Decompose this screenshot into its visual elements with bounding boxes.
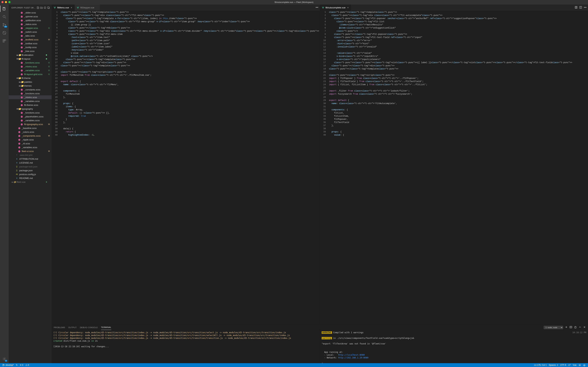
- collapse-all-icon[interactable]: [47, 6, 50, 9]
- editor-more-icon[interactable]: [316, 6, 318, 9]
- editor-body-right[interactable]: 1234567891011121314151617181920212223242…: [320, 11, 588, 325]
- tree-file[interactable]: ⬤flt-typography.scssM: [9, 122, 52, 126]
- tree-file[interactable]: ⬤_splitbutton.scss: [9, 18, 52, 22]
- tree-file[interactable]: ⬤_tree.scss: [9, 49, 52, 53]
- tree-file[interactable]: ⬤fleet-ui.scssM: [9, 149, 52, 153]
- explorer-title: EXPLORER: FLEET (WO…: [12, 7, 36, 9]
- close-window-button[interactable]: [1, 1, 3, 3]
- editor-more-icon[interactable]: [584, 6, 587, 9]
- code-view[interactable]: class="t-punc"><class="t-tag">templatecl…: [60, 11, 320, 325]
- tree-file[interactable]: ⬤_functions.scssU: [9, 61, 52, 65]
- tree-file[interactable]: ⬇README.md: [9, 176, 52, 180]
- tree-file[interactable]: ⬇ATTRIBUTION.md: [9, 157, 52, 161]
- terminal-left[interactable]: (!) Circular dependency: node_modules/d3…: [52, 330, 320, 363]
- maximize-panel-icon[interactable]: [579, 326, 581, 329]
- split-terminal-icon[interactable]: [570, 326, 572, 329]
- close-panel-icon[interactable]: [583, 326, 586, 329]
- tab-terminal[interactable]: Terminal: [101, 325, 111, 330]
- tree-file[interactable]: ⬤_functions.scss: [9, 92, 52, 95]
- tree-folder[interactable]: ▾▾📂flt-theme: [9, 76, 52, 80]
- diff-icon[interactable]: [575, 6, 578, 9]
- tree-file[interactable]: ⬤_spinner.scss: [9, 15, 52, 18]
- tree-file[interactable]: ⬤_variables.scss: [9, 145, 52, 149]
- tree-file[interactable]: ⬤_switch.scss: [9, 30, 52, 34]
- explorer-activity-icon[interactable]: [2, 6, 7, 11]
- file-icon: ⬤: [20, 30, 23, 33]
- editor-tab[interactable]: fltMenu.vue×: [52, 5, 75, 11]
- encoding-status[interactable]: UTF-8: [559, 363, 567, 367]
- tree-file[interactable]: ⬤_toolbar.scss: [9, 42, 52, 45]
- editor-tab[interactable]: fltStepper.vue×: [75, 5, 100, 11]
- close-tab-icon[interactable]: ×: [70, 6, 73, 9]
- tree-folder[interactable]: ▸▸📁palettes: [9, 80, 52, 84]
- tree-file[interactable]: ⬤_variables.scssU: [9, 68, 52, 72]
- tree-file[interactable]: ⬤_variables.scss: [9, 99, 52, 103]
- tree-file[interactable]: ⬤_rtl.scss: [9, 142, 52, 145]
- terminal-selector[interactable]: 1: node, node: [544, 326, 563, 329]
- tree-file[interactable]: ⬤_constants.scss: [9, 88, 52, 92]
- feedback-icon[interactable]: [578, 363, 582, 367]
- search-activity-icon[interactable]: [2, 14, 7, 19]
- tree-file[interactable]: ⬤_baseline.scss: [9, 126, 52, 130]
- file-icon: ⬤: [20, 100, 23, 102]
- git-branch-status[interactable]: develop*: [1, 363, 15, 367]
- minimize-window-button[interactable]: [5, 1, 7, 3]
- tab-output[interactable]: Output: [68, 325, 77, 330]
- new-folder-icon[interactable]: [40, 6, 43, 9]
- file-tree[interactable]: ⬤_slider.scss⬤_spinner.scss⬤_splitbutton…: [9, 11, 52, 363]
- refresh-icon[interactable]: [43, 6, 47, 9]
- tree-file[interactable]: ⬤_mixins.scssU: [9, 65, 52, 68]
- tree-file[interactable]: ⬤_ripple.scss: [9, 138, 52, 142]
- tree-folder[interactable]: ▸▸📁themes: [9, 84, 52, 88]
- zoom-window-button[interactable]: [8, 1, 10, 3]
- kill-terminal-icon[interactable]: [574, 326, 577, 329]
- tree-file[interactable]: ⬤flt-theme.scss: [9, 103, 52, 107]
- tree-file[interactable]: ⬇LICENSE.md: [9, 161, 52, 165]
- editor-tab[interactable]: fltAutocomplete.vue×: [320, 5, 351, 11]
- extensions-activity-icon[interactable]: [2, 39, 7, 43]
- tree-folder[interactable]: ▾▾📂typography: [9, 107, 52, 111]
- tree-folder[interactable]: ▸▸📁flt-elevation: [9, 53, 52, 57]
- tree-file[interactable]: !.sass-lint.yml: [9, 153, 52, 157]
- git-status: U: [48, 27, 50, 29]
- scm-activity-icon[interactable]: 44: [2, 22, 7, 27]
- tree-file[interactable]: ⬤_slider.scss: [9, 11, 52, 15]
- cursor-position-status[interactable]: Ln 179, Col 1: [533, 363, 547, 367]
- language-status[interactable]: Vue: [572, 363, 578, 367]
- tree-file[interactable]: ⬤_textfield.scssM: [9, 38, 52, 42]
- sync-status[interactable]: ↻: [15, 363, 19, 367]
- tab-title: fltAutocomplete.vue: [326, 6, 345, 9]
- tree-file[interactable]: {}package-lock.json: [9, 165, 52, 168]
- tree-folder[interactable]: ▸▸📁fleet-vue: [9, 180, 52, 184]
- tab-problems[interactable]: Problems: [54, 325, 65, 330]
- tree-folder[interactable]: ▾▾📂flt-layout: [9, 57, 52, 61]
- tree-file[interactable]: ⬤_colors.scss: [9, 130, 52, 134]
- new-terminal-icon[interactable]: [565, 326, 568, 329]
- tree-file[interactable]: {}package.json: [9, 168, 52, 172]
- tree-file[interactable]: ⬤_tabs.scss: [9, 34, 52, 38]
- tree-file[interactable]: JSpostcss.config.js: [9, 172, 52, 176]
- tree-file[interactable]: ⬤_components.scssM: [9, 134, 52, 138]
- tree-file[interactable]: ⬤flt-layout-grid.scssU: [9, 72, 52, 76]
- tree-file[interactable]: ⬤_functions.scss: [9, 111, 52, 115]
- tree-file[interactable]: ⬤_mixins.scss: [9, 95, 52, 99]
- eol-status[interactable]: LF: [567, 363, 572, 367]
- tree-file[interactable]: ⬤_tooltip.scss: [9, 45, 52, 49]
- code-view[interactable]: class="t-punc"><class="t-tag">templatecl…: [328, 11, 588, 325]
- new-file-icon[interactable]: [36, 6, 40, 9]
- tree-file[interactable]: ⬤_variables.scss: [9, 118, 52, 122]
- settings-activity-icon[interactable]: 1: [2, 357, 7, 361]
- errors-status[interactable]: ✕ 0: [19, 363, 24, 367]
- tree-file[interactable]: ⬤_status.scss: [9, 22, 52, 26]
- indent-status[interactable]: Spaces: 2: [548, 363, 559, 367]
- debug-activity-icon[interactable]: [2, 30, 7, 35]
- notifications-icon[interactable]: [582, 363, 587, 367]
- tree-file[interactable]: ⬤_stepper.scssU: [9, 26, 52, 30]
- split-editor-icon[interactable]: [579, 6, 582, 9]
- tab-debug-console[interactable]: Debug Console: [80, 325, 98, 330]
- warnings-status[interactable]: ⚠ 0: [24, 363, 30, 367]
- tree-file[interactable]: ⬤_placeholders.scss: [9, 115, 52, 118]
- editor-body-left[interactable]: 1234567891011121314151617181920212223242…: [52, 11, 320, 325]
- terminal-right[interactable]: WARNING Compiled with 1 warnings10:18:12…: [320, 330, 588, 363]
- close-tab-icon[interactable]: ×: [346, 6, 349, 9]
